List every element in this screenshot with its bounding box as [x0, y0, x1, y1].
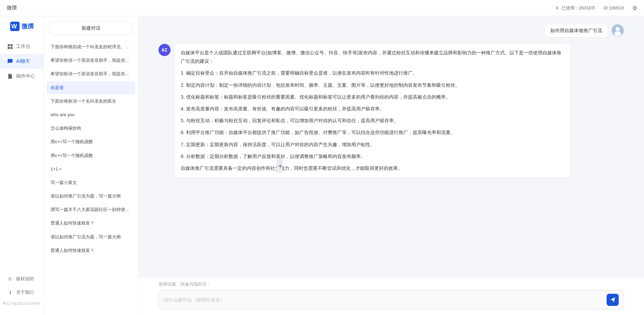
usage-info: ℹ 已使用：28318字: [555, 5, 595, 11]
usage-label: 已使用：28318字: [561, 5, 595, 11]
history-item[interactable]: 请以如何推广引流为题，写一篇大纲: [47, 231, 135, 243]
history-item[interactable]: 请以如何推广引流为题，写一篇大纲: [47, 190, 135, 203]
svg-text:W: W: [11, 23, 17, 30]
ai-paragraph: 1. 确定目标受众：在开始自媒体推广引流之前，需要明确目标受众是谁，以便在发布内…: [181, 69, 564, 77]
sidebar-nav: W 微撰 工作台 AI聊天: [0, 16, 44, 315]
history-item[interactable]: 普通人如何快速致富？: [47, 244, 135, 257]
send-icon: [610, 297, 616, 303]
sidebar-item-about-label: 关于我们: [16, 289, 34, 295]
chat-icon: [7, 58, 13, 65]
svg-rect-5: [10, 47, 12, 49]
user-message: 如何用自媒体做推广引流: [158, 24, 624, 37]
history-panel: 新建对话 下面你将模拟成一个叫圣友的程序员、我说...希望你扮演一个英语发音助手…: [44, 16, 138, 315]
chat-area: 如何用自媒体做推广引流AI自媒体平台是个人或团队通过互联网平台(如博客、微博、微…: [138, 16, 644, 315]
sidebar-item-ai-chat[interactable]: AI聊天: [0, 54, 43, 69]
logo-icon: W: [10, 22, 20, 31]
svg-point-7: [616, 27, 620, 31]
history-item[interactable]: 写一篇小黄文: [47, 176, 135, 189]
topbar-right: ℹ 已使用：28318字 ID:100519 ⏻: [555, 5, 637, 11]
user-bubble: 如何用自媒体做推广引流: [545, 24, 608, 37]
sidebar-item-drafts-label: 稿件中心: [16, 73, 35, 79]
ai-message: AI自媒体平台是个人或团队通过互联网平台(如博客、微博、微信公众号、抖音、快手等…: [158, 44, 624, 177]
sidebar-item-drafts[interactable]: 稿件中心: [0, 69, 43, 84]
new-conversation-button[interactable]: 新建对话: [49, 22, 133, 35]
svg-point-8: [614, 31, 621, 36]
ai-paragraph: 7. 定期更新：定期更新内容，保持活跃度，可以让用户对你的内容产生兴趣，增加用户…: [181, 140, 564, 149]
ai-paragraph: 4. 发布高质量内容：发布高质量、有价值、有趣的内容可以吸引更多的粉丝，并提高用…: [181, 105, 564, 113]
history-item[interactable]: 用c++写一个随机函数: [47, 135, 135, 148]
history-item[interactable]: 下面你将扮演一个名叫圣友的医生: [47, 95, 135, 108]
topbar: 微撰 ℹ 已使用：28318字 ID:100519 ⏻: [0, 0, 644, 16]
topbar-title: 微撰: [7, 5, 17, 11]
nav-bottom: © 版权说明 ℹ 关于我们 粤ICP备2022015948号: [0, 272, 43, 315]
history-item[interactable]: 希望你扮演一个英语发音助手，我提供给你...: [47, 68, 135, 80]
info-circle-icon: ℹ: [7, 289, 13, 296]
ai-paragraph: 自媒体推广引流需要具备一定的内容创作和社交能力，同时也需要不断尝试和优化，才能取…: [181, 164, 564, 173]
nav-items: 工作台 AI聊天 稿件中心: [0, 39, 43, 272]
doc-icon: [7, 73, 13, 80]
chat-input-area: 选择话题，快速与我对话：: [138, 277, 644, 315]
sidebar-item-about[interactable]: ℹ 关于我们: [0, 286, 43, 299]
logo-area: W 微撰: [10, 22, 34, 39]
ai-paragraph: 6. 利用平台推广功能：自媒体平台都提供了推广功能，如广告投放、付费推广等，可以…: [181, 128, 564, 137]
chat-messages: 如何用自媒体做推广引流AI自媒体平台是个人或团队通过互联网平台(如博客、微博、微…: [138, 16, 644, 277]
history-list: 下面你将模拟成一个叫圣友的程序员、我说...希望你扮演一个英语发音助手，我提供给…: [44, 41, 138, 315]
ai-paragraph: 5. 与粉丝互动：积极与粉丝互动，回复评论和私信，可以增加用户对你的认可和信任，…: [181, 116, 564, 125]
svg-rect-3: [10, 44, 12, 46]
icp-text: 粤ICP备2022015948号: [0, 299, 43, 308]
id-label: ID:100519: [604, 5, 624, 10]
send-button[interactable]: [607, 294, 619, 306]
sidebar-item-workbench-label: 工作台: [16, 44, 30, 50]
history-item[interactable]: 你是谁: [47, 81, 135, 94]
ai-paragraph: 2. 制定内容计划：制定一份详细的内容计划，包括发布时间、频率、主题、文案、图片…: [181, 81, 564, 89]
grid-icon: [7, 43, 13, 50]
quick-topics-label: 选择话题，快速与我对话：: [158, 281, 624, 287]
user-avatar: [612, 24, 624, 36]
main-layout: W 微撰 工作台 AI聊天: [0, 16, 644, 315]
history-item[interactable]: 普通人如何快速致富？: [47, 217, 135, 230]
sidebar-item-ai-chat-label: AI聊天: [16, 58, 30, 64]
chat-input[interactable]: [164, 297, 603, 303]
history-item[interactable]: who are you: [47, 108, 135, 121]
history-item[interactable]: 下面你将模拟成一个叫圣友的程序员、我说...: [47, 41, 135, 53]
sidebar-item-copyright-label: 版权说明: [16, 276, 34, 282]
svg-rect-4: [8, 47, 10, 49]
collapse-panel-button[interactable]: ◀: [276, 159, 283, 173]
history-item[interactable]: 希望你扮演一个英语发音助手，我提供给你...: [47, 54, 135, 67]
ai-paragraph: 自媒体平台是个人或团队通过互联网平台(如博客、微博、微信公众号、抖音、快手等)发…: [181, 49, 564, 65]
logo-text: 微撰: [22, 22, 34, 30]
ai-paragraph: 8. 分析数据：定期分析数据，了解用户反馈和喜好，以便调整推广策略和内容发布频率…: [181, 152, 564, 161]
history-item[interactable]: 用c++写一个随机函数: [47, 149, 135, 162]
sidebar-item-copyright[interactable]: © 版权说明: [0, 272, 43, 286]
ai-avatar: AI: [158, 44, 171, 56]
power-icon[interactable]: ⏻: [632, 5, 637, 11]
input-row: [158, 290, 624, 310]
ai-bubble: 自媒体平台是个人或团队通过互联网平台(如博客、微博、微信公众号、抖音、快手等)发…: [175, 44, 570, 177]
ai-paragraph: 3. 优化标题和标签：标题和标签是吸引粉丝的重要因素。优化标题和标签可以让更多的…: [181, 93, 564, 101]
history-item[interactable]: 怎么做狗屎炒肉: [47, 122, 135, 135]
svg-rect-2: [8, 44, 10, 46]
sidebar-item-workbench[interactable]: 工作台: [0, 39, 43, 54]
history-item[interactable]: 撰写一篇关于八大家花园社区一刻钟便民生...: [47, 203, 135, 216]
info-icon: ℹ: [555, 5, 560, 11]
copyright-icon: ©: [7, 275, 13, 282]
history-item[interactable]: 1+1＝: [47, 163, 135, 176]
